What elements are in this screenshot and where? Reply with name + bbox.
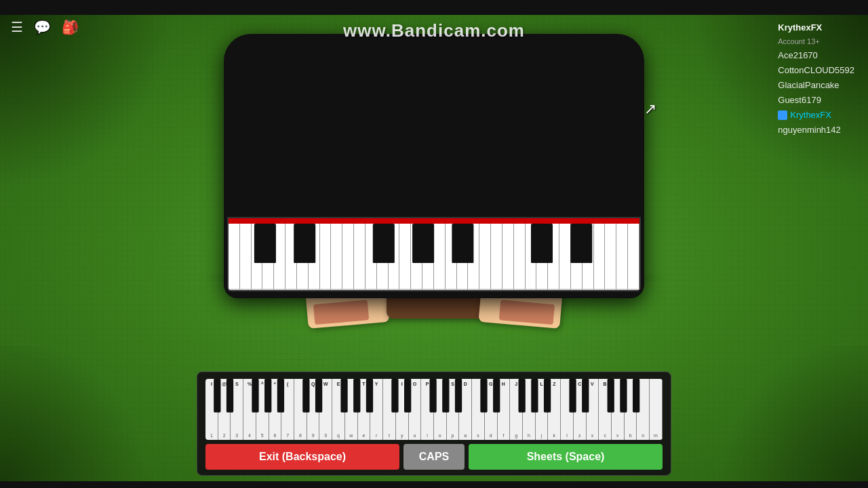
piano-white-key[interactable] (366, 218, 377, 290)
mini-white-key[interactable]: Te (358, 379, 371, 440)
mini-white-key[interactable]: (7 (281, 379, 294, 440)
mini-white-key[interactable]: Jg (510, 379, 523, 440)
piano-white-key[interactable] (457, 218, 469, 290)
piano-white-key[interactable] (502, 218, 514, 290)
player-krythex: KrythexFX (778, 108, 854, 123)
watermark: www.Bandicam.com (343, 20, 525, 41)
piano-white-key[interactable] (377, 218, 389, 290)
chat-icon[interactable]: 💬 (34, 19, 51, 35)
mini-white-key[interactable]: S3 (231, 379, 243, 440)
piano-white-key[interactable] (354, 218, 366, 290)
bottom-buttons: Exit (Backspace) CAPS Sheets (Space) (205, 444, 663, 470)
piano-keys-inner (229, 218, 639, 290)
mini-white-key[interactable]: Zk (548, 379, 561, 440)
mini-white-key[interactable]: Ou (409, 379, 422, 440)
mini-white-key[interactable]: Yr (370, 379, 383, 440)
piano-white-key[interactable] (229, 218, 240, 290)
piano-white-key[interactable] (446, 218, 457, 290)
corner-shadow-bl (0, 346, 203, 481)
piano-white-key[interactable] (468, 218, 479, 290)
piano-white-key[interactable] (571, 218, 583, 290)
piano-white-key[interactable] (434, 218, 446, 290)
player-host-sublabel: Account 13+ (778, 35, 854, 48)
mini-white-key[interactable]: W0 (319, 379, 332, 440)
piano-white-key[interactable] (285, 218, 297, 290)
piano-white-key[interactable] (605, 218, 616, 290)
black-bar-top (0, 0, 868, 15)
mini-white-key[interactable]: Vx (587, 379, 599, 440)
mini-white-key[interactable]: Bc (599, 379, 612, 440)
menu-icon[interactable]: ☰ (11, 19, 23, 35)
sheets-button[interactable]: Sheets (Space) (469, 444, 663, 470)
piano-white-key[interactable] (240, 218, 252, 290)
piano-white-key[interactable] (594, 218, 606, 290)
piano-white-key[interactable] (399, 218, 411, 290)
piano-white-key[interactable] (342, 218, 354, 290)
caps-button[interactable]: CAPS (403, 444, 465, 470)
piano-white-key[interactable] (536, 218, 548, 290)
mini-white-key[interactable]: %4 (243, 379, 256, 440)
mini-white-key[interactable]: h (523, 379, 536, 440)
piano-body: .bk { fill: #111; } (203, 34, 665, 319)
piano-white-key[interactable] (274, 218, 285, 290)
mini-white-key[interactable]: t (383, 379, 396, 440)
piano-white-key[interactable] (320, 218, 332, 290)
mini-white-key[interactable]: Da (459, 379, 472, 440)
piano-white-key[interactable] (331, 218, 342, 290)
player-avatar-icon (778, 110, 787, 120)
piano-white-key[interactable] (628, 218, 639, 290)
mini-white-key[interactable]: Eq (332, 379, 345, 440)
piano-white-key[interactable] (526, 218, 537, 290)
piano-white-key[interactable] (297, 218, 309, 290)
mini-white-key[interactable]: Q9 (307, 379, 320, 440)
mini-white-key[interactable]: m (650, 379, 663, 440)
piano-white-key[interactable] (309, 218, 320, 290)
mini-white-key[interactable]: o (434, 379, 447, 440)
player-host-name: KrythexFX (778, 20, 854, 35)
keyboard-panel: I1@2S3%4^5*6(78Q9W0EqwTeYrtIyOuPioSpDasG… (197, 371, 671, 476)
mini-white-key[interactable]: s (472, 379, 485, 440)
mini-white-key[interactable]: n (637, 379, 650, 440)
mini-white-key[interactable]: Sp (447, 379, 460, 440)
piano-white-key[interactable] (262, 218, 274, 290)
piano-white-key[interactable] (389, 218, 400, 290)
top-icons-bar: ☰ 💬 🎒 (11, 19, 79, 35)
piano-white-key[interactable] (559, 218, 571, 290)
corner-shadow-tl (0, 15, 203, 218)
mini-white-key[interactable]: I1 (205, 379, 218, 440)
piano-red-strip (229, 218, 639, 224)
mini-white-key[interactable]: Cz (574, 379, 587, 440)
mini-white-key[interactable]: Pi (421, 379, 434, 440)
piano-white-key[interactable] (252, 218, 263, 290)
bag-icon[interactable]: 🎒 (62, 19, 79, 35)
piano-white-key[interactable] (583, 218, 594, 290)
player-ace: Ace21670 (778, 48, 854, 63)
piano-white-key[interactable] (479, 218, 491, 290)
piano-keys-display: .bk { fill: #111; } (227, 217, 641, 291)
mini-white-key[interactable]: v (612, 379, 625, 440)
piano-white-key[interactable] (422, 218, 434, 290)
piano-white-key[interactable] (514, 218, 526, 290)
mini-white-key[interactable]: ^5 (256, 379, 269, 440)
mini-white-key[interactable]: Hf (498, 379, 511, 440)
mini-white-key[interactable]: Gd (485, 379, 498, 440)
player-nguyen: nguyenminh142 (778, 123, 854, 138)
player-guest: Guest6179 (778, 93, 854, 108)
piano-white-key[interactable] (491, 218, 502, 290)
mini-white-key[interactable]: 8 (294, 379, 307, 440)
mini-white-key[interactable]: l (561, 379, 574, 440)
player-glacial: GlacialPancake (778, 78, 854, 93)
mini-white-key[interactable]: *6 (269, 379, 282, 440)
corner-shadow-br (665, 346, 868, 481)
piano-white-key[interactable] (411, 218, 422, 290)
mini-piano: I1@2S3%4^5*6(78Q9W0EqwTeYrtIyOuPioSpDasG… (205, 379, 663, 440)
exit-button[interactable]: Exit (Backspace) (205, 444, 399, 470)
mini-white-key[interactable]: Lj (536, 379, 549, 440)
black-bar-bottom (0, 481, 868, 488)
mini-white-key[interactable]: Iy (396, 379, 409, 440)
mini-white-key[interactable]: w (345, 379, 358, 440)
mini-white-key[interactable]: b (625, 379, 637, 440)
piano-white-key[interactable] (616, 218, 628, 290)
mini-white-key[interactable]: @2 (218, 379, 231, 440)
piano-white-key[interactable] (548, 218, 559, 290)
